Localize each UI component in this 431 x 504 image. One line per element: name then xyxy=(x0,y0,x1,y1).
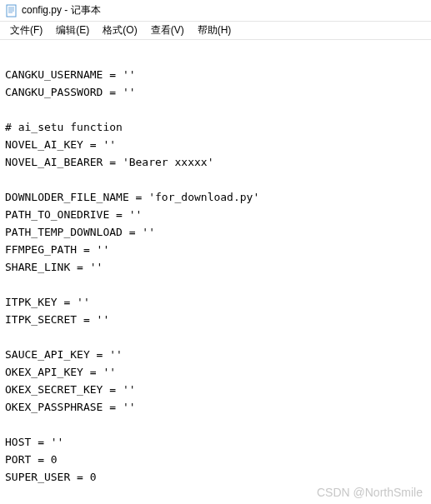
window-title: config.py - 记事本 xyxy=(22,3,101,17)
menu-format[interactable]: 格式(O) xyxy=(96,22,143,39)
menu-help[interactable]: 帮助(H) xyxy=(191,22,238,39)
menu-view[interactable]: 查看(V) xyxy=(144,22,191,39)
menu-file[interactable]: 文件(F) xyxy=(3,22,49,39)
notepad-icon xyxy=(5,4,18,17)
menubar: 文件(F) 编辑(E) 格式(O) 查看(V) 帮助(H) xyxy=(0,22,431,40)
titlebar: config.py - 记事本 xyxy=(0,0,431,22)
editor-content[interactable]: CANGKU_USERNAME = '' CANGKU_PASSWORD = '… xyxy=(0,40,431,494)
menu-edit[interactable]: 编辑(E) xyxy=(49,22,96,39)
